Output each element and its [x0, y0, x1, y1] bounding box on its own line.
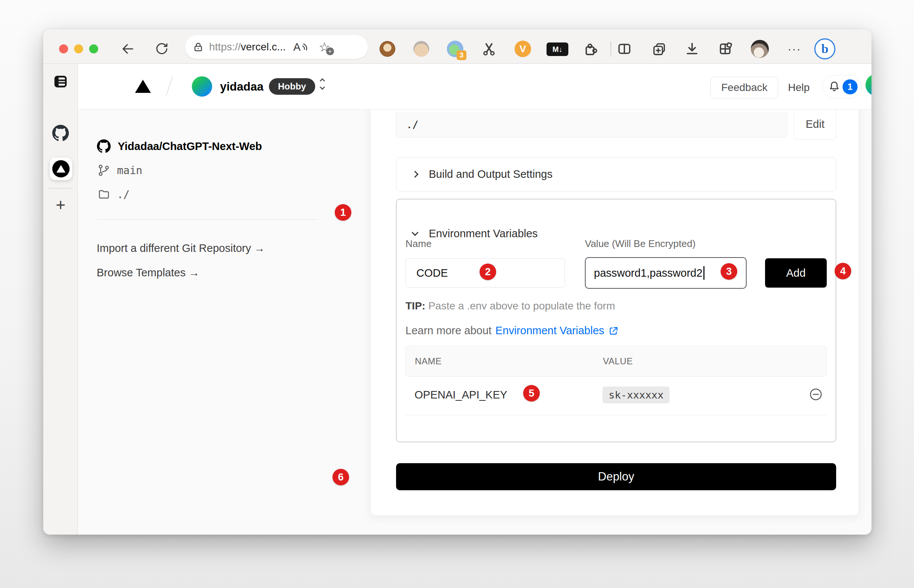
lock-icon — [193, 41, 204, 53]
monkey-extension-icon[interactable] — [379, 40, 396, 58]
directory-row: ./ — [97, 188, 130, 201]
annotation-badge-1: 1 — [335, 204, 351, 221]
remove-env-icon[interactable] — [809, 387, 823, 402]
notification-count-badge: 1 — [843, 79, 857, 94]
row-divider — [406, 415, 827, 415]
env-table-row: OPENAI_API_KEY sk-xxxxxx — [396, 377, 836, 414]
env-value-text: password1,password2 — [594, 267, 703, 279]
notifications-button[interactable]: 1 — [823, 75, 862, 99]
browser-toolbar: https://vercel.c... A ☆ + 3 V — [43, 29, 872, 64]
annotation-badge-4: 4 — [835, 263, 851, 279]
refresh-icon[interactable] — [154, 40, 170, 57]
url-host: vercel.c... — [241, 41, 286, 53]
breadcrumb-slash — [165, 76, 173, 97]
bing-chat-icon[interactable]: b — [814, 37, 836, 60]
url-scheme: https:// — [209, 41, 241, 53]
toolbar-divider — [610, 41, 611, 57]
vercel-page: ./ Edit Build and Output Settings Enviro… — [78, 64, 872, 535]
chevron-down-icon — [411, 229, 418, 236]
env-name-value: CODE — [416, 267, 448, 279]
workspaces-panel-icon[interactable] — [52, 73, 70, 90]
extensions-puzzle-icon[interactable] — [581, 40, 600, 58]
browser-sidebar: + — [43, 64, 78, 535]
bell-icon — [828, 80, 841, 94]
left-column-divider — [97, 219, 318, 220]
repo-summary: Yidadaa/ChatGPT-Next-Web — [97, 139, 262, 153]
edit-root-directory-button[interactable]: Edit — [794, 109, 836, 140]
browser-window: https://vercel.c... A ☆ + 3 V — [43, 29, 872, 535]
tip-label: TIP: — [406, 300, 425, 312]
extension-count-badge: 3 — [457, 50, 466, 60]
configure-project-card: ./ Edit Build and Output Settings Enviro… — [370, 97, 859, 516]
close-window-button[interactable] — [59, 44, 68, 53]
table-value-header: VALUE — [603, 356, 633, 367]
branch-row: main — [97, 164, 142, 177]
address-bar[interactable]: https://vercel.c... A ☆ + — [185, 35, 368, 59]
environment-variables-section: Environment Variables Name Value (Will B… — [396, 199, 836, 442]
annotation-badge-2: 2 — [480, 263, 496, 280]
name-label: Name — [406, 238, 432, 250]
value-label: Value (Will Be Encrypted) — [585, 238, 696, 250]
branch-name: main — [117, 164, 142, 177]
new-tab-button[interactable]: + — [43, 192, 78, 218]
vercel-header: yidadaa Hobby Feedback Help 1 — [78, 64, 872, 110]
add-env-button[interactable]: Add — [765, 258, 827, 288]
env-docs-link[interactable]: Environment Variables — [495, 325, 605, 337]
downloads-icon[interactable] — [683, 40, 701, 58]
import-different-repo-link[interactable]: Import a different Git Repository → — [97, 242, 265, 255]
plan-badge: Hobby — [269, 78, 315, 95]
chevron-right-icon — [411, 171, 418, 178]
profile-avatar[interactable] — [750, 39, 770, 59]
vimium-extension-icon[interactable]: V — [514, 40, 532, 58]
team-name[interactable]: yidadaa — [220, 80, 263, 94]
learn-more-line: Learn more about Environment Variables — [406, 325, 619, 337]
folder-icon — [97, 188, 110, 201]
external-link-icon — [608, 326, 619, 336]
tip-text: Paste a .env above to populate the form — [425, 300, 615, 312]
github-tab-icon[interactable] — [52, 124, 70, 142]
root-directory-input[interactable]: ./ — [396, 112, 787, 137]
env-row-name: OPENAI_API_KEY — [414, 389, 507, 401]
directory-value: ./ — [117, 188, 130, 201]
read-aloud-icon[interactable]: A — [293, 41, 308, 53]
user-avatar[interactable] — [865, 74, 872, 96]
env-tip: TIP: Paste a .env above to populate the … — [406, 300, 615, 312]
settings-menu-icon[interactable]: ··· — [782, 40, 806, 57]
url-text: https://vercel.c... — [209, 41, 286, 53]
feedback-button[interactable]: Feedback — [710, 77, 778, 99]
build-section-title: Build and Output Settings — [429, 168, 553, 181]
browse-templates-link[interactable]: Browse Templates → — [97, 267, 199, 279]
team-switcher-icon[interactable] — [320, 79, 324, 89]
annotation-badge-6: 6 — [333, 469, 349, 485]
help-link[interactable]: Help — [788, 77, 810, 99]
face-extension-icon[interactable] — [412, 40, 430, 58]
zoom-window-button[interactable] — [89, 44, 98, 53]
table-name-header: NAME — [415, 356, 442, 367]
markdown-extension-icon[interactable]: M↓ — [546, 42, 569, 57]
vercel-tab-icon — [52, 160, 70, 178]
apps-icon[interactable] — [716, 40, 734, 58]
root-directory-value: ./ — [406, 119, 419, 131]
env-section-title: Environment Variables — [429, 228, 538, 240]
learn-more-prefix: Learn more about — [406, 325, 492, 337]
back-icon[interactable] — [120, 40, 136, 57]
annotation-badge-3: 3 — [721, 263, 737, 280]
env-table-header: NAME VALUE — [406, 346, 827, 377]
deploy-button[interactable]: Deploy — [396, 463, 836, 490]
collections-icon[interactable] — [650, 40, 668, 58]
vercel-active-tab[interactable] — [50, 158, 72, 180]
sidebar-divider — [49, 188, 73, 189]
split-screen-icon[interactable] — [615, 40, 633, 58]
vercel-logo[interactable] — [135, 80, 151, 93]
team-avatar[interactable] — [192, 76, 212, 97]
scissors-extension-icon[interactable] — [480, 40, 498, 58]
badge-extension-icon[interactable]: 3 — [445, 39, 465, 59]
text-cursor — [704, 266, 704, 280]
build-output-settings-section[interactable]: Build and Output Settings — [396, 157, 836, 191]
add-favorite-icon[interactable]: ☆ + — [319, 39, 330, 55]
env-row-value: sk-xxxxxx — [603, 386, 670, 404]
repo-name: Yidadaa/ChatGPT-Next-Web — [118, 140, 262, 153]
github-icon — [97, 139, 111, 153]
minimize-window-button[interactable] — [74, 44, 83, 53]
annotation-badge-5: 5 — [523, 385, 540, 402]
